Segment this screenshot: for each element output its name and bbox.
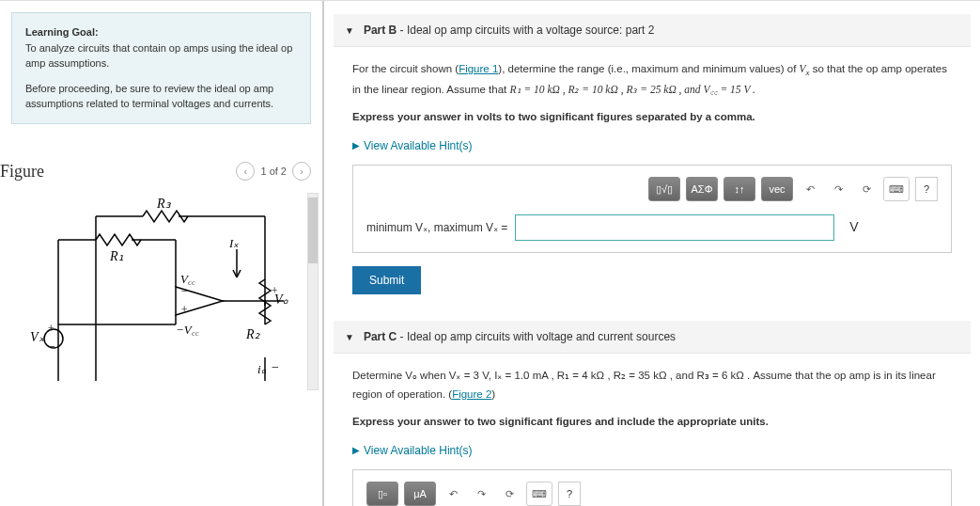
part-c-header[interactable]: ▼ Part C - Ideal op amp circuits with vo… xyxy=(334,321,971,354)
part-b-instructions: Express your answer in volts to two sign… xyxy=(352,111,755,122)
svg-text:R₃: R₃ xyxy=(156,197,172,211)
figure-pager: ‹ 1 of 2 › xyxy=(236,162,311,181)
part-b-submit-button[interactable]: Submit xyxy=(352,266,421,294)
figure-canvas: R₁ R₃ R₂ Vₓ V꜀꜀ −V꜀꜀ Vₒ Iₓ iₒ + − + − − … xyxy=(11,193,311,390)
svg-text:−: − xyxy=(271,360,279,374)
redo-button[interactable]: ↷ xyxy=(470,482,492,506)
svg-text:−V꜀꜀: −V꜀꜀ xyxy=(176,323,200,337)
part-b-title: Part B - Part B - Ideal op amp circuits … xyxy=(364,24,654,37)
learning-goal-p1: To analyze circuits that contain op amps… xyxy=(25,42,292,70)
undo-button[interactable]: ↶ xyxy=(442,482,464,506)
part-b-answer-box: ▯√▯ ΑΣΦ ↕↑ vec ↶ ↷ ⟳ ⌨ ? minimum Vₓ, max… xyxy=(352,165,952,253)
figure-scrollbar[interactable] xyxy=(307,193,319,390)
part-b-input-label: minimum Vₓ, maximum Vₓ = xyxy=(366,218,507,237)
svg-text:+: + xyxy=(271,284,278,297)
reset-button[interactable]: ⟳ xyxy=(498,482,521,506)
svg-text:−: − xyxy=(47,340,55,354)
help-button[interactable]: ? xyxy=(558,482,581,506)
svg-text:Vₓ: Vₓ xyxy=(30,330,45,344)
part-c-answer-box: ▯▫ μA ↶ ↷ ⟳ ⌨ ? Vₒ = Value Units xyxy=(352,469,952,506)
help-button[interactable]: ? xyxy=(915,177,938,201)
units-templates-tool[interactable]: ▯▫ xyxy=(366,482,398,506)
svg-text:R₂: R₂ xyxy=(245,327,260,341)
learning-goal-title: Learning Goal: xyxy=(25,26,99,38)
figure-prev-button[interactable]: ‹ xyxy=(236,162,255,181)
keyboard-button[interactable]: ⌨ xyxy=(526,482,552,506)
part-c-instructions: Express your answer to two significant f… xyxy=(352,416,769,427)
caret-down-icon: ▼ xyxy=(345,25,354,36)
part-c-hints-link[interactable]: View Available Hint(s) xyxy=(352,441,473,460)
figure-2-link[interactable]: Figure 2 xyxy=(452,388,491,400)
part-b-header[interactable]: ▼ Part B - Part B - Ideal op amp circuit… xyxy=(334,14,971,47)
part-c-description: Determine Vₒ when Vₓ = 3 V, Iₓ = 1.0 mA … xyxy=(352,367,952,403)
caret-down-icon: ▼ xyxy=(345,332,354,342)
figure-next-button[interactable]: › xyxy=(292,162,311,181)
part-b-unit: V xyxy=(849,216,858,239)
vec-tool[interactable]: vec xyxy=(761,177,793,201)
svg-text:R₁: R₁ xyxy=(109,249,124,263)
svg-text:Iₓ: Iₓ xyxy=(228,236,239,250)
figure-1-link[interactable]: Figure 1 xyxy=(459,63,498,74)
part-b-hints-link[interactable]: View Available Hint(s) xyxy=(352,136,473,155)
part-b-answer-input[interactable] xyxy=(515,214,834,241)
svg-text:iₒ: iₒ xyxy=(257,362,267,376)
templates-tool[interactable]: ▯√▯ xyxy=(648,177,680,201)
svg-text:−: − xyxy=(180,284,188,297)
greek-tool[interactable]: ΑΣΦ xyxy=(686,177,718,201)
figure-page-indicator: 1 of 2 xyxy=(260,166,287,177)
keyboard-button[interactable]: ⌨ xyxy=(883,177,910,201)
learning-goal-p2: Before proceeding, be sure to review the… xyxy=(25,83,273,110)
mu-tool[interactable]: μA xyxy=(404,482,436,506)
learning-goal-box: Learning Goal: To analyze circuits that … xyxy=(11,12,311,124)
svg-text:+: + xyxy=(47,322,54,335)
reset-button[interactable]: ⟳ xyxy=(855,177,878,201)
undo-button[interactable]: ↶ xyxy=(799,177,821,201)
redo-button[interactable]: ↷ xyxy=(827,177,849,201)
svg-text:+: + xyxy=(180,303,188,316)
figure-title: Figure xyxy=(0,162,44,182)
arrows-tool[interactable]: ↕↑ xyxy=(723,177,755,201)
part-b-description: For the circuit shown (Figure 1), determ… xyxy=(352,60,952,99)
part-c-title: Part C - Ideal op amp circuits with volt… xyxy=(364,330,676,343)
